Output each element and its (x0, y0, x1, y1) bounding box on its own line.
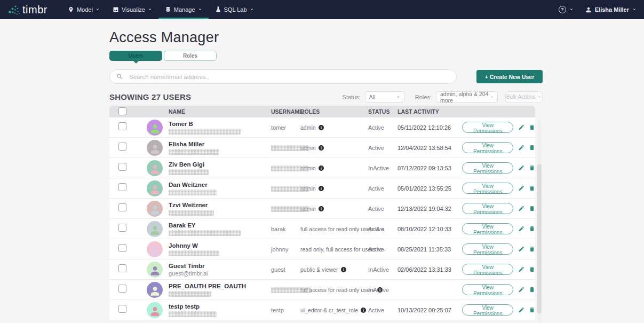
status-text: Active (368, 307, 397, 313)
scrollbar-thumb[interactable] (537, 164, 542, 313)
last-activity: 10/13/2022 00:25:07 (397, 307, 462, 313)
tab-roles[interactable]: Roles (164, 51, 217, 61)
avatar (147, 262, 163, 278)
delete-icon[interactable] (529, 306, 535, 313)
avatar (147, 201, 163, 217)
chevron-down-icon (569, 7, 574, 12)
delete-icon[interactable] (529, 124, 535, 131)
delete-icon[interactable] (529, 266, 535, 273)
edit-icon[interactable] (518, 205, 524, 212)
row-checkbox[interactable] (118, 143, 126, 151)
edit-icon[interactable] (518, 124, 524, 131)
flask-icon (215, 6, 221, 13)
delete-icon[interactable] (529, 144, 535, 151)
view-permissions-button[interactable]: View Permissions (462, 243, 513, 255)
nav-item-sql-lab[interactable]: SQL Lab (209, 0, 260, 19)
status-filter-label: Status: (343, 94, 361, 100)
view-permissions-button[interactable]: View Permissions (462, 284, 513, 295)
view-permissions-button[interactable]: View Permissions (462, 264, 513, 275)
row-checkbox[interactable] (118, 244, 126, 252)
roles-text: ui_editor & cr_test_role (300, 307, 358, 313)
bulk-actions-select[interactable]: Bulk Actions (505, 91, 543, 103)
delete-icon[interactable] (529, 164, 535, 171)
row-checkbox[interactable] (118, 285, 126, 293)
table-row: Dan Weitzner admin Active 05/01/2022 13:… (109, 178, 535, 199)
header-name: NAME (147, 108, 271, 115)
row-checkbox[interactable] (118, 203, 126, 211)
info-icon[interactable] (318, 124, 324, 131)
view-permissions-button[interactable]: View Permissions (462, 142, 513, 153)
view-permissions-button[interactable]: View Permissions (462, 162, 513, 174)
status-filter-select[interactable]: All (365, 91, 404, 103)
nav-item-visualize[interactable]: Visualize (106, 0, 158, 19)
user-email-redacted (169, 129, 241, 135)
delete-icon[interactable] (529, 185, 535, 192)
info-icon[interactable] (340, 266, 347, 273)
table-scrollbar[interactable] (537, 120, 542, 323)
user-name: testp testp (169, 303, 217, 310)
avatar (147, 241, 163, 257)
chevron-down-icon (250, 7, 254, 12)
edit-icon[interactable] (518, 286, 524, 293)
timbr-logo[interactable]: timbr (7, 3, 47, 16)
status-text: Active (368, 226, 397, 232)
nav-item-manage[interactable]: Manage (158, 0, 209, 19)
delete-icon[interactable] (529, 286, 535, 293)
avatar (147, 160, 163, 176)
info-icon[interactable] (318, 206, 324, 212)
user-menu[interactable]: Elisha Miller (585, 6, 637, 13)
info-icon[interactable] (318, 145, 324, 151)
users-table: NAME USERNAME ROLES STATUS LAST ACTIVITY… (109, 106, 542, 320)
row-checkbox[interactable] (118, 224, 126, 232)
search-input[interactable] (109, 69, 457, 84)
user-icon (585, 6, 592, 13)
edit-icon[interactable] (518, 225, 524, 232)
edit-icon[interactable] (518, 246, 524, 253)
table-row: testp testp testp ui_editor & cr_test_ro… (109, 300, 535, 320)
chevron-down-icon (537, 95, 542, 99)
view-permissions-button[interactable]: View Permissions (462, 122, 513, 133)
row-checkbox[interactable] (118, 183, 126, 191)
row-checkbox[interactable] (118, 305, 126, 313)
tabs: Users Roles (109, 51, 543, 61)
roles-filter-select[interactable]: admin, alpha & 204 more (436, 91, 498, 103)
delete-icon[interactable] (529, 225, 535, 232)
info-icon[interactable] (318, 165, 324, 171)
avatar (147, 282, 163, 298)
user-email-redacted (169, 149, 219, 155)
help-menu[interactable]: ? (559, 6, 574, 13)
status-text: InActive (368, 287, 397, 293)
edit-icon[interactable] (518, 164, 524, 171)
row-checkbox[interactable] (118, 163, 126, 171)
row-checkbox[interactable] (118, 264, 126, 272)
info-icon[interactable] (318, 185, 324, 192)
view-permissions-button[interactable]: View Permissions (462, 203, 513, 214)
user-email-redacted (169, 311, 217, 317)
user-name: Tomer B (169, 121, 241, 128)
edit-icon[interactable] (518, 266, 524, 273)
nav-item-model[interactable]: Model (61, 0, 106, 19)
header-username: USERNAME (271, 108, 300, 115)
avatar (147, 221, 163, 237)
edit-icon[interactable] (518, 144, 524, 151)
create-new-user-button[interactable]: + Create New User (476, 70, 543, 83)
info-icon[interactable] (360, 307, 367, 313)
select-all-checkbox[interactable] (118, 107, 126, 115)
view-permissions-button[interactable]: View Permissions (462, 304, 513, 316)
view-permissions-button[interactable]: View Permissions (462, 183, 513, 194)
row-checkbox[interactable] (118, 122, 126, 130)
username-redacted (271, 166, 309, 171)
user-email-redacted (169, 210, 214, 216)
chevron-down-icon (632, 7, 637, 12)
logo-text: timbr (22, 4, 47, 16)
edit-icon[interactable] (518, 306, 524, 313)
username-redacted (271, 206, 309, 212)
view-permissions-button[interactable]: View Permissions (462, 223, 513, 234)
user-menu-name: Elisha Miller (595, 6, 629, 13)
edit-icon[interactable] (518, 185, 524, 192)
delete-icon[interactable] (529, 205, 535, 212)
user-name: Elisha Miller (169, 141, 219, 148)
tab-users[interactable]: Users (109, 51, 162, 61)
header-status: STATUS (368, 108, 397, 115)
delete-icon[interactable] (529, 246, 535, 253)
